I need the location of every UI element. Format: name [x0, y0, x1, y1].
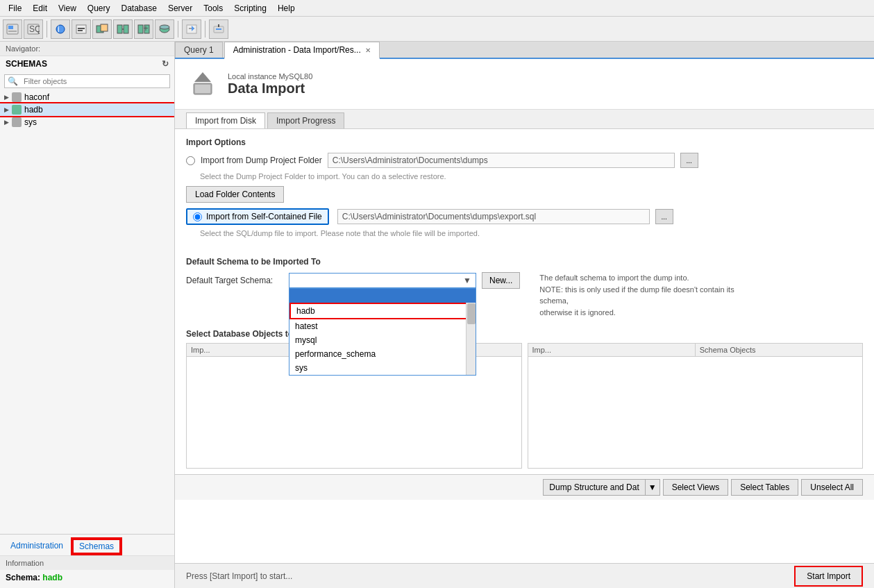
menu-file[interactable]: File [3, 2, 27, 15]
import-icon [186, 67, 219, 101]
toolbar-btn-2[interactable]: SQL [24, 19, 43, 39]
tab-bar: Query 1 Administration - Data Import/Res… [175, 42, 874, 59]
status-text: Press [Start Import] to start... [186, 571, 292, 581]
refresh-icon[interactable]: ↻ [162, 59, 169, 69]
menu-query[interactable]: Query [82, 2, 116, 15]
nav-tab-schemas[interactable]: Schemas [72, 539, 121, 554]
toolbar-btn-6[interactable] [113, 19, 133, 39]
toolbar-btn-3[interactable]: i [51, 19, 70, 39]
option1-label: Import from Dump Project Folder [201, 156, 322, 165]
schema-item-hadb[interactable]: ▶ hadb [0, 103, 174, 116]
toolbar-btn-4[interactable] [72, 19, 91, 39]
filter-input[interactable] [21, 76, 169, 87]
schema-table-right: Imp... Schema Objects [528, 343, 864, 469]
schema-info-label: Schema: hadb [0, 570, 174, 585]
schema-table-right-body [528, 357, 863, 468]
radio-self-contained[interactable] [193, 212, 202, 221]
nav-tab-administration[interactable]: Administration [4, 539, 69, 554]
select-views-btn[interactable]: Select Views [663, 479, 728, 496]
menu-tools[interactable]: Tools [198, 2, 228, 15]
schema-info-value: hadb [42, 573, 62, 582]
db-objects-grid: Imp... Schema Imp... Schema Objects [186, 343, 863, 469]
main-layout: Navigator: SCHEMAS ↻ 🔍 ▶ haconf ▶ hadb [0, 42, 874, 588]
sub-tab-import-disk[interactable]: Import from Disk [186, 112, 265, 128]
dump-project-path[interactable] [328, 153, 675, 168]
svg-rect-15 [138, 25, 143, 33]
import-options-section: Import Options Import from Dump Project … [175, 129, 874, 251]
tab-admin-close[interactable]: ✕ [365, 47, 371, 54]
toolbar: SQL i + [0, 17, 874, 42]
toolbar-btn-10[interactable] [209, 19, 228, 39]
import-options-title: Import Options [186, 137, 863, 147]
sub-tabs: Import from Disk Import Progress [175, 110, 874, 129]
schema-section-title: Default Schema to be Imported To [186, 257, 863, 267]
browse-btn-1[interactable]: ... [680, 153, 698, 168]
toolbar-btn-8[interactable] [155, 19, 174, 39]
svg-rect-29 [200, 76, 205, 82]
menu-edit[interactable]: Edit [27, 2, 53, 15]
browse-btn-2[interactable]: ... [655, 209, 673, 224]
dropdown-item-selected-empty[interactable] [289, 289, 476, 303]
dropdown-item-hadb[interactable]: hadb [289, 303, 476, 319]
new-schema-btn[interactable]: New... [482, 272, 520, 289]
schema-section: Default Schema to be Imported To Default… [175, 251, 874, 324]
dropdown-item-mysql[interactable]: mysql [289, 333, 476, 347]
status-bar: Press [Start Import] to start... Start I… [175, 563, 874, 588]
schema-dropdown-trigger[interactable]: ▼ [289, 273, 476, 288]
expand-arrow-hadb: ▶ [4, 106, 9, 113]
menu-view[interactable]: View [53, 2, 82, 15]
toolbar-btn-5[interactable] [92, 19, 112, 39]
schema-item-haconf[interactable]: ▶ haconf [0, 91, 174, 103]
dropdown-scrollbar[interactable] [466, 303, 476, 375]
filter-box: 🔍 [4, 74, 170, 88]
hint-text-2: Select the SQL/dump file to import. Plea… [186, 229, 863, 237]
dropdown-item-hatest[interactable]: hatest [289, 319, 476, 333]
svg-rect-1 [8, 26, 13, 29]
start-import-btn[interactable]: Start Import [794, 566, 863, 587]
schema-dropdown-container: ▼ hadb hatest mysql performance_schema [289, 273, 476, 288]
load-folder-btn[interactable]: Load Folder Contents [186, 186, 284, 203]
schema-list: ▶ haconf ▶ hadb ▶ sys [0, 91, 174, 534]
db-objects-title: Select Database Objects to Import [186, 329, 863, 339]
menu-scripting[interactable]: Scripting [228, 2, 272, 15]
schema-target-label: Default Target Schema: [186, 276, 283, 285]
svg-point-19 [160, 25, 169, 29]
dropdown-menu: hadb hatest mysql performance_schema sys [289, 288, 476, 376]
menu-help[interactable]: Help [272, 2, 301, 15]
dropdown-item-performance-schema[interactable]: performance_schema [289, 347, 476, 361]
page-content: Local instance MySQL80 Data Import Impor… [175, 59, 874, 563]
menu-database[interactable]: Database [116, 2, 162, 15]
toolbar-btn-9[interactable] [182, 19, 201, 39]
nav-bottom-tabs: Administration Schemas [0, 537, 174, 555]
schemas-label: SCHEMAS [6, 59, 47, 69]
toolbar-btn-7[interactable]: + [134, 19, 153, 39]
svg-rect-9 [78, 30, 83, 31]
svg-text:SQL: SQL [29, 24, 40, 34]
unselect-all-btn[interactable]: Unselect All [801, 479, 863, 496]
option2-label: Import from Self-Contained File [206, 212, 322, 221]
schema-name-haconf: haconf [24, 92, 49, 102]
dropdown-item-sys[interactable]: sys [289, 361, 476, 375]
hint-text-1: Select the Dump Project Folder to import… [186, 172, 863, 180]
self-contained-path[interactable] [337, 209, 650, 224]
svg-text:i: i [58, 24, 60, 34]
scrollbar-thumb [467, 303, 476, 324]
dump-structure-dropdown[interactable]: Dump Structure and Dat ▼ [543, 479, 659, 496]
navigator-panel: Navigator: SCHEMAS ↻ 🔍 ▶ haconf ▶ hadb [0, 42, 175, 588]
select-tables-btn[interactable]: Select Tables [731, 479, 798, 496]
import-title: Data Import [228, 81, 312, 96]
dump-structure-label: Dump Structure and Dat [544, 480, 644, 495]
db-icon-sys [12, 117, 22, 127]
option-self-contained-row: Import from Self-Contained File ... [186, 208, 863, 225]
option-dump-project-row: Import from Dump Project Folder ... [186, 153, 863, 168]
tab-admin[interactable]: Administration - Data Import/Res... ✕ [224, 42, 380, 59]
dump-dropdown-arrow[interactable]: ▼ [645, 480, 659, 495]
sub-tab-import-progress[interactable]: Import Progress [267, 112, 344, 128]
toolbar-btn-1[interactable] [3, 19, 22, 39]
tab-admin-label: Administration - Data Import/Res... [233, 45, 361, 55]
tab-query1[interactable]: Query 1 [175, 42, 223, 58]
db-icon-haconf [12, 92, 22, 102]
menu-server[interactable]: Server [162, 2, 198, 15]
radio-dump-project[interactable] [186, 156, 195, 165]
schema-item-sys[interactable]: ▶ sys [0, 116, 174, 128]
